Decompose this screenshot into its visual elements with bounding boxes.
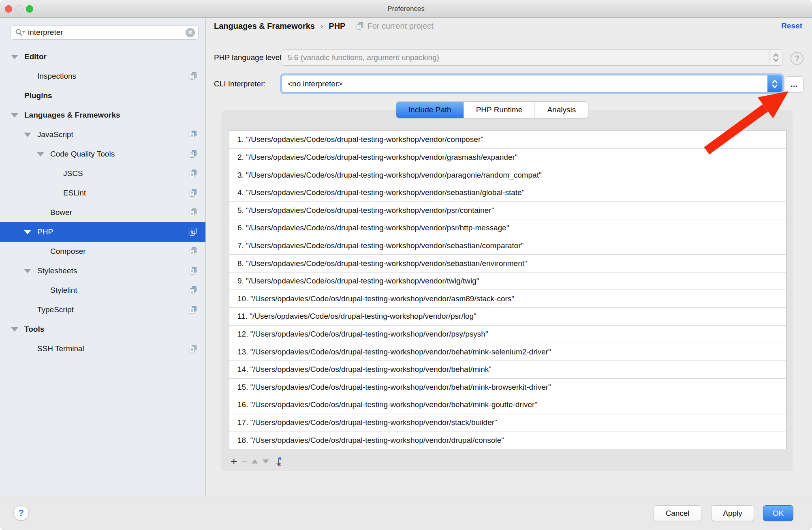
include-path-panel: 1. "/Users/opdavies/Code/os/drupal-testi… <box>221 110 793 471</box>
include-path-row[interactable]: 7. "/Users/opdavies/Code/os/drupal-testi… <box>229 237 786 255</box>
window-title: Preferences <box>387 5 425 13</box>
expand-arrow-icon[interactable] <box>11 105 19 125</box>
sidebar-item-tools[interactable]: Tools <box>0 320 205 339</box>
include-path-row[interactable]: 5. "/Users/opdavies/Code/os/drupal-testi… <box>229 202 786 219</box>
sidebar-item-editor[interactable]: Editor <box>0 47 205 67</box>
expand-arrow-icon[interactable] <box>11 47 19 67</box>
expand-arrow-icon[interactable] <box>36 144 45 164</box>
copy-icon <box>189 344 197 353</box>
close-button[interactable] <box>5 5 12 13</box>
settings-tree: EditorInspections PluginsLanguages & Fra… <box>0 47 205 358</box>
sidebar-item-label: Languages & Frameworks <box>24 111 120 120</box>
copy-icon <box>189 189 197 197</box>
sidebar-item-label: Composer <box>50 247 86 256</box>
sidebar-item-languages-frameworks[interactable]: Languages & Frameworks <box>0 105 205 125</box>
copy-icon <box>189 150 197 159</box>
copy-icon <box>189 227 197 236</box>
breadcrumb-separator: › <box>321 21 323 30</box>
sidebar-item-eslint[interactable]: ESLint <box>0 183 205 203</box>
sort-alphabetically-button[interactable]: a z <box>274 456 284 467</box>
include-path-row[interactable]: 11. "/Users/opdavies/Code/os/drupal-test… <box>229 308 786 326</box>
sidebar-item-typescript[interactable]: TypeScript <box>0 300 205 320</box>
sidebar-item-label: Editor <box>24 52 47 61</box>
sidebar-item-label: PHP <box>37 227 53 236</box>
tab-bar: Include Path PHP Runtime Analysis <box>396 102 588 118</box>
remove-path-button[interactable] <box>241 461 247 462</box>
sidebar-item-ssh-terminal[interactable]: SSH Terminal <box>0 339 205 358</box>
include-path-row[interactable]: 3. "/Users/opdavies/Code/os/drupal-testi… <box>229 166 786 184</box>
scope-label: For current project <box>356 21 433 31</box>
minimize-button[interactable] <box>15 5 23 13</box>
tab-analysis[interactable]: Analysis <box>534 102 588 118</box>
preferences-window: Preferences ✕ EditorInspections PluginsL… <box>0 0 812 530</box>
stepper-icon[interactable] <box>767 75 782 92</box>
copy-icon <box>189 247 197 256</box>
search-field[interactable]: ✕ <box>11 25 199 40</box>
settings-main-panel: Languages & Frameworks › PHP For current… <box>206 18 812 496</box>
browse-interpreters-button[interactable]: ... <box>785 76 803 92</box>
include-path-row[interactable]: 15. "/Users/opdavies/Code/os/drupal-test… <box>229 379 786 397</box>
sidebar-item-label: JavaScript <box>37 130 73 139</box>
cancel-button[interactable]: Cancel <box>654 505 701 521</box>
expand-arrow-icon[interactable] <box>24 125 32 144</box>
add-path-button[interactable]: + <box>231 457 237 466</box>
sidebar-item-stylesheets[interactable]: Stylesheets <box>0 261 205 281</box>
sidebar-item-label: JSCS <box>63 169 83 178</box>
sidebar-item-javascript[interactable]: JavaScript <box>0 125 205 144</box>
expand-arrow-icon[interactable] <box>24 261 32 281</box>
copy-icon <box>189 72 197 81</box>
sidebar-item-composer[interactable]: Composer <box>0 242 205 261</box>
expand-arrow-icon <box>24 339 32 358</box>
traffic-lights <box>5 5 33 13</box>
expand-arrow-icon <box>36 281 45 300</box>
cli-interpreter-select[interactable]: <no interpreter> <box>282 75 782 92</box>
expand-arrow-icon <box>49 183 58 203</box>
php-language-level-label: PHP language level: <box>214 49 284 66</box>
expand-arrow-icon[interactable] <box>24 222 32 242</box>
sidebar-item-label: Stylelint <box>50 286 77 295</box>
clear-search-icon[interactable]: ✕ <box>186 28 195 37</box>
help-button[interactable]: ? <box>13 505 29 521</box>
breadcrumb-languages-frameworks: Languages & Frameworks <box>214 21 315 31</box>
apply-button[interactable]: Apply <box>711 505 754 521</box>
include-path-row[interactable]: 4. "/Users/opdavies/Code/os/drupal-testi… <box>229 184 786 202</box>
include-path-row[interactable]: 10. "/Users/opdavies/Code/os/drupal-test… <box>229 290 786 308</box>
sidebar-item-stylelint[interactable]: Stylelint <box>0 281 205 300</box>
sidebar-item-label: Tools <box>24 325 44 334</box>
include-path-row[interactable]: 18. "/Users/opdavies/Code/os/drupal-test… <box>229 431 786 449</box>
breadcrumb: Languages & Frameworks › PHP For current… <box>214 18 434 34</box>
move-up-button[interactable] <box>252 459 258 463</box>
sidebar-item-code-quality-tools[interactable]: Code Quality Tools <box>0 144 205 164</box>
zoom-button[interactable] <box>26 5 33 13</box>
stepper-icon[interactable] <box>769 50 782 65</box>
include-path-row[interactable]: 17. "/Users/opdavies/Code/os/drupal-test… <box>229 414 786 432</box>
help-icon[interactable]: ? <box>791 52 803 65</box>
php-language-level-select[interactable]: 5.6 (variadic functions, argument unpack… <box>282 49 782 66</box>
sidebar-item-php[interactable]: PHP <box>0 222 205 242</box>
tab-include-path[interactable]: Include Path <box>396 102 464 118</box>
include-path-row[interactable]: 2. "/Users/opdavies/Code/os/drupal-testi… <box>229 149 786 167</box>
tab-php-runtime[interactable]: PHP Runtime <box>464 102 535 118</box>
footer-bar: ? Cancel Apply OK <box>0 496 812 530</box>
copy-icon <box>189 208 197 217</box>
expand-arrow-icon[interactable] <box>11 320 19 339</box>
sidebar-item-inspections[interactable]: Inspections <box>0 67 205 86</box>
include-path-row[interactable]: 16. "/Users/opdavies/Code/os/drupal-test… <box>229 396 786 414</box>
include-path-row[interactable]: 13. "/Users/opdavies/Code/os/drupal-test… <box>229 343 786 361</box>
include-path-row[interactable]: 14. "/Users/opdavies/Code/os/drupal-test… <box>229 361 786 379</box>
include-path-row[interactable]: 1. "/Users/opdavies/Code/os/drupal-testi… <box>229 131 786 149</box>
move-down-button[interactable] <box>263 459 269 463</box>
sidebar-item-plugins[interactable]: Plugins <box>0 86 205 105</box>
copy-icon <box>356 22 364 30</box>
sidebar-item-jscs[interactable]: JSCS <box>0 164 205 183</box>
include-path-row[interactable]: 9. "/Users/opdavies/Code/os/drupal-testi… <box>229 273 786 290</box>
search-icon[interactable] <box>15 28 26 36</box>
search-input[interactable] <box>28 28 186 37</box>
include-path-row[interactable]: 8. "/Users/opdavies/Code/os/drupal-testi… <box>229 255 786 273</box>
sidebar-item-bower[interactable]: Bower <box>0 203 205 222</box>
reset-link[interactable]: Reset <box>781 18 802 34</box>
ok-button[interactable]: OK <box>763 505 793 521</box>
include-path-row[interactable]: 6. "/Users/opdavies/Code/os/drupal-testi… <box>229 219 786 237</box>
scope-text: For current project <box>367 21 433 31</box>
include-path-row[interactable]: 12. "/Users/opdavies/Code/os/drupal-test… <box>229 326 786 343</box>
